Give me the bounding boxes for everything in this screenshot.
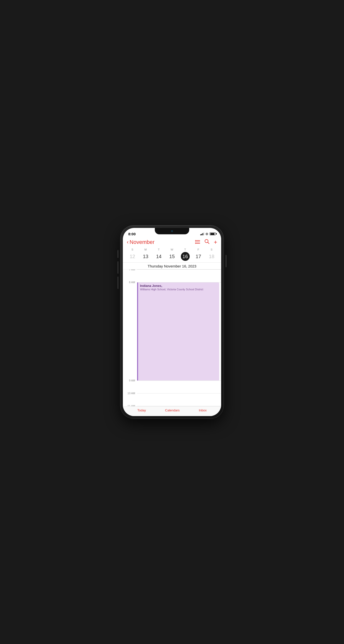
day-headers: S M T W T F S [126,248,218,251]
day-header-m: M [139,248,152,251]
time-grid[interactable]: 7 AM 8 AM Indiana Jones, Williams High S… [123,270,221,406]
time-line-7am [137,270,221,270]
selected-date-label: Thursday November 16, 2023 [123,262,221,270]
time-slot-8am: 8 AM Indiana Jones, Williams High School… [123,282,221,380]
time-line-8am: Indiana Jones, Williams High School, Vic… [137,282,221,380]
time-label-10am: 10 AM [123,392,137,395]
time-slot-10am: 10 AM [123,393,221,406]
time-label-11am: 11 AM [123,404,137,406]
day-header-s1: S [126,248,139,251]
signal-icon [200,232,204,235]
day-header-f: F [192,248,205,251]
time-label-8am: 8 AM [123,281,137,284]
add-icon[interactable]: + [214,239,217,246]
time-label-9am: 9 AM [123,379,137,382]
time-label-7am: 7 AM [123,270,137,271]
day-17[interactable]: 17 [194,252,203,261]
week-calendar: S M T W T F S 12 13 14 15 16 17 18 [123,247,221,262]
nav-right: + [195,239,217,246]
day-header-t1: T [152,248,165,251]
day-header-t2: T [179,248,192,251]
tab-bar: Today Calendars Inbox [123,406,221,416]
tab-inbox[interactable]: Inbox [199,408,207,412]
day-header-w: W [165,248,179,251]
phone-frame: 8:00 ⊛ ‹ November [120,226,224,418]
top-nav: ‹ November [123,237,221,247]
mute-button[interactable] [117,250,118,258]
volume-down-button[interactable] [117,276,118,289]
time-line-9am [137,380,221,381]
event-subtitle: Williams High School, Victoria County Sc… [140,288,217,291]
day-12[interactable]: 12 [128,252,137,261]
tab-calendars[interactable]: Calendars [165,408,180,412]
status-time: 8:00 [128,232,136,236]
day-13[interactable]: 13 [141,252,150,261]
day-18[interactable]: 18 [207,252,216,261]
time-line-10am [137,393,221,394]
app-content: ‹ November [123,237,221,416]
day-15[interactable]: 15 [168,252,176,261]
day-numbers: 12 13 14 15 16 17 18 [126,252,218,261]
time-slot-7am: 7 AM [123,270,221,282]
svg-point-5 [195,243,196,244]
svg-point-4 [195,242,196,242]
svg-point-3 [195,240,196,241]
search-icon[interactable] [204,239,209,245]
svg-line-7 [208,242,209,244]
month-title[interactable]: November [130,239,154,245]
notch [155,228,189,234]
volume-up-button[interactable] [117,261,118,274]
tab-today[interactable]: Today [137,408,146,412]
power-button[interactable] [226,255,227,267]
nav-left[interactable]: ‹ November [127,239,155,245]
status-icons: ⊛ [200,232,216,236]
event-block[interactable]: Indiana Jones, Williams High School, Vic… [137,282,219,381]
front-camera [171,230,173,232]
list-icon[interactable] [195,240,200,245]
time-line-11am [137,406,221,406]
event-title: Indiana Jones, [140,284,217,288]
time-slot-11am: 11 AM [123,406,221,406]
phone-screen: 8:00 ⊛ ‹ November [123,228,221,416]
time-slot-9am: 9 AM [123,380,221,393]
day-header-s2: S [205,248,218,251]
back-icon[interactable]: ‹ [127,239,129,245]
battery-icon [210,232,216,235]
day-14[interactable]: 14 [154,252,163,261]
day-16[interactable]: 16 [181,252,190,261]
wifi-icon: ⊛ [205,232,208,236]
